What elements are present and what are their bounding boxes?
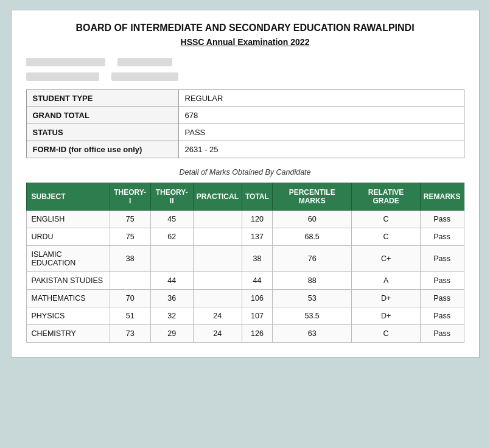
col-header-1: THEORY-I — [110, 183, 150, 211]
col-header-2: THEORY-II — [150, 183, 193, 211]
cell-4-3 — [193, 290, 242, 307]
cell-4-5: 53 — [272, 290, 352, 307]
col-header-0: SUBJECT — [26, 183, 110, 211]
cell-4-2: 36 — [150, 290, 193, 307]
cell-1-6: C — [352, 228, 420, 246]
cell-0-5: 60 — [272, 211, 352, 228]
cell-1-3 — [193, 228, 242, 246]
table-row: PHYSICS51322410753.5D+Pass — [26, 307, 464, 325]
table-row: URDU756213768.5CPass — [26, 228, 464, 246]
cell-5-6: D+ — [352, 307, 420, 325]
cell-0-2: 45 — [150, 211, 193, 228]
col-header-6: RELATIVE GRADE — [352, 183, 420, 211]
table-row: ENGLISH754512060CPass — [26, 211, 464, 228]
info-label-2: STATUS — [26, 124, 178, 141]
cell-4-7: Pass — [420, 290, 464, 307]
info-label-1: GRAND TOTAL — [26, 107, 178, 124]
blurred-info-section — [26, 57, 464, 82]
info-value-1: 678 — [178, 107, 464, 124]
table-row: MATHEMATICS703610653D+Pass — [26, 290, 464, 307]
table-row: CHEMISTRY73292412663CPass — [26, 325, 464, 343]
cell-4-1: 70 — [110, 290, 150, 307]
cell-3-3 — [193, 272, 242, 290]
cell-4-6: D+ — [352, 290, 420, 307]
cell-5-7: Pass — [420, 307, 464, 325]
info-value-3: 2631 - 25 — [178, 141, 464, 158]
blur-value-1 — [117, 58, 172, 66]
blur-value-2 — [111, 72, 178, 81]
cell-2-0: ISLAMIC EDUCATION — [26, 246, 110, 272]
info-label-0: STUDENT TYPE — [26, 90, 178, 107]
blur-row-2 — [26, 71, 464, 82]
page-title: BOARD OF INTERMEDIATE AND SECONDARY EDUC… — [26, 23, 464, 33]
cell-0-0: ENGLISH — [26, 211, 110, 228]
cell-5-2: 32 — [150, 307, 193, 325]
cell-1-4: 137 — [242, 228, 272, 246]
blur-label-2 — [26, 72, 99, 81]
table-row: PAKISTAN STUDIES444488APass — [26, 272, 464, 290]
table-row: ISLAMIC EDUCATION383876C+Pass — [26, 246, 464, 272]
cell-3-7: Pass — [420, 272, 464, 290]
detail-section-header: Detail of Marks Obtained By Candidate — [26, 168, 464, 177]
cell-0-4: 120 — [242, 211, 272, 228]
cell-6-5: 63 — [272, 325, 352, 343]
cell-1-0: URDU — [26, 228, 110, 246]
cell-3-5: 88 — [272, 272, 352, 290]
col-header-4: TOTAL — [242, 183, 272, 211]
info-row-0: STUDENT TYPEREGULAR — [26, 90, 464, 107]
info-row-1: GRAND TOTAL678 — [26, 107, 464, 124]
cell-1-1: 75 — [110, 228, 150, 246]
cell-0-7: Pass — [420, 211, 464, 228]
col-header-3: PRACTICAL — [193, 183, 242, 211]
col-header-5: PERCENTILE MARKS — [272, 183, 352, 211]
info-value-0: REGULAR — [178, 90, 464, 107]
cell-6-7: Pass — [420, 325, 464, 343]
cell-3-2: 44 — [150, 272, 193, 290]
cell-6-3: 24 — [193, 325, 242, 343]
info-value-2: PASS — [178, 124, 464, 141]
main-card: BOARD OF INTERMEDIATE AND SECONDARY EDUC… — [11, 10, 480, 358]
cell-1-5: 68.5 — [272, 228, 352, 246]
info-row-2: STATUSPASS — [26, 124, 464, 141]
cell-6-1: 73 — [110, 325, 150, 343]
col-header-7: REMARKS — [420, 183, 464, 211]
cell-5-4: 107 — [242, 307, 272, 325]
cell-5-3: 24 — [193, 307, 242, 325]
cell-1-7: Pass — [420, 228, 464, 246]
cell-3-0: PAKISTAN STUDIES — [26, 272, 110, 290]
cell-5-0: PHYSICS — [26, 307, 110, 325]
marks-table: SUBJECTTHEORY-ITHEORY-IIPRACTICALTOTALPE… — [26, 183, 464, 343]
cell-1-2: 62 — [150, 228, 193, 246]
cell-6-0: CHEMISTRY — [26, 325, 110, 343]
cell-2-1: 38 — [110, 246, 150, 272]
cell-0-3 — [193, 211, 242, 228]
cell-5-1: 51 — [110, 307, 150, 325]
cell-0-6: C — [352, 211, 420, 228]
cell-0-1: 75 — [110, 211, 150, 228]
cell-2-4: 38 — [242, 246, 272, 272]
cell-3-4: 44 — [242, 272, 272, 290]
cell-2-2 — [150, 246, 193, 272]
cell-4-0: MATHEMATICS — [26, 290, 110, 307]
cell-3-6: A — [352, 272, 420, 290]
cell-3-1 — [110, 272, 150, 290]
cell-2-3 — [193, 246, 242, 272]
info-table: STUDENT TYPEREGULARGRAND TOTAL678STATUSP… — [26, 89, 464, 158]
blur-row-1 — [26, 57, 464, 68]
cell-6-2: 29 — [150, 325, 193, 343]
info-row-3: FORM-ID (for office use only)2631 - 25 — [26, 141, 464, 158]
cell-5-5: 53.5 — [272, 307, 352, 325]
cell-4-4: 106 — [242, 290, 272, 307]
cell-2-6: C+ — [352, 246, 420, 272]
cell-2-7: Pass — [420, 246, 464, 272]
cell-6-6: C — [352, 325, 420, 343]
page-subtitle: HSSC Annual Examination 2022 — [26, 37, 464, 47]
info-label-3: FORM-ID (for office use only) — [26, 141, 178, 158]
cell-2-5: 76 — [272, 246, 352, 272]
blur-label-1 — [26, 58, 105, 66]
cell-6-4: 126 — [242, 325, 272, 343]
